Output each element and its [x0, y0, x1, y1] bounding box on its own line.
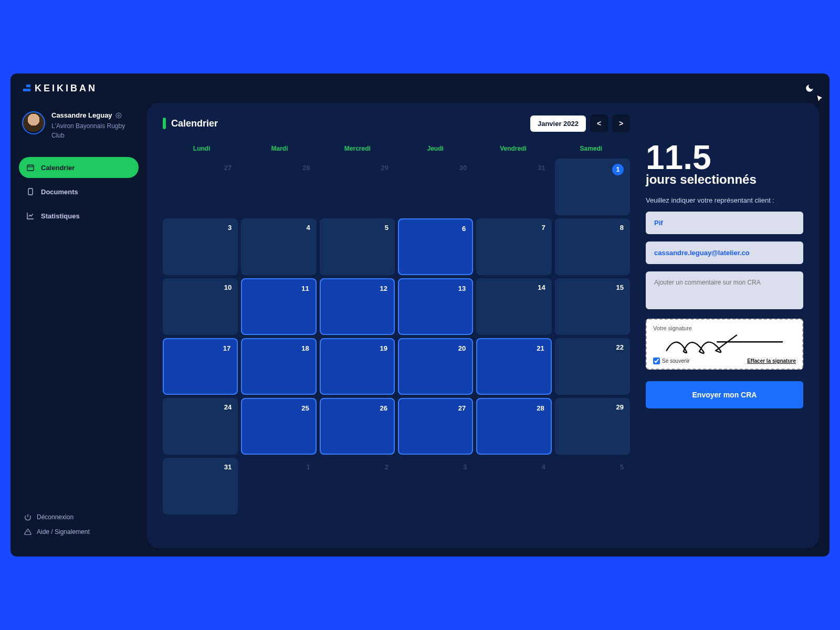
calendar-day-cell[interactable]: 10: [163, 278, 238, 335]
calendar-day-cell[interactable]: 12: [320, 278, 395, 335]
calendar-day-cell[interactable]: 20: [398, 338, 473, 395]
calendar-header: Calendrier Janvier 2022 < >: [163, 114, 630, 132]
chart-icon: [26, 212, 35, 220]
calendar-day-cell[interactable]: 4: [241, 218, 316, 275]
sidebar-item-statistiques[interactable]: Statistiques: [19, 205, 139, 226]
calendar-day-cell[interactable]: 27: [398, 398, 473, 455]
calendar-day-cell[interactable]: 25: [241, 398, 316, 455]
calendar-day-cell[interactable]: 1: [555, 159, 630, 215]
summary-panel: 11.5 jours selectionnés Veuillez indique…: [646, 114, 803, 537]
calendar-day-cell[interactable]: 13: [398, 278, 473, 335]
svg-rect-2: [28, 188, 33, 195]
signature-label: Votre signature: [653, 325, 796, 331]
moon-icon: [805, 83, 814, 93]
rep-prompt: Veuillez indiquer votre représentant cli…: [646, 196, 803, 204]
calendar-day-cell: 5: [555, 458, 630, 514]
svg-point-0: [118, 114, 119, 116]
settings-gear-icon[interactable]: [116, 112, 122, 119]
calendar-day-cell[interactable]: 29: [555, 398, 630, 455]
next-month-button[interactable]: >: [612, 114, 630, 132]
signature-footer: Se souvenir Effacer la signature: [653, 358, 796, 364]
signature-canvas[interactable]: [653, 331, 796, 355]
weekday-label: Jeudi: [396, 143, 474, 154]
sidebar-item-calendrier[interactable]: Calendrier: [19, 157, 139, 178]
main-panel: Calendrier Janvier 2022 < > LundiMardiMe…: [147, 103, 819, 548]
weekday-label: Lundi: [163, 143, 240, 154]
brand-text: KEIKIBAN: [35, 83, 97, 94]
calendar-day-cell: 3: [398, 458, 473, 514]
topbar: KEIKIBAN: [10, 74, 830, 103]
sidebar-nav: CalendrierDocumentsStatistiques: [19, 157, 139, 226]
calendar-column: Calendrier Janvier 2022 < > LundiMardiMe…: [163, 114, 630, 537]
sidebar-item-label: Documents: [41, 188, 78, 196]
day-badge: 1: [612, 164, 624, 175]
calendar-day-cell[interactable]: 22: [555, 338, 630, 395]
dark-mode-toggle[interactable]: [802, 81, 817, 96]
calendar-day-cell: 4: [476, 458, 551, 514]
calendar-day-cell: 2: [320, 458, 395, 514]
calendar-day-cell[interactable]: 26: [320, 398, 395, 455]
calendar-day-cell[interactable]: 15: [555, 278, 630, 335]
month-label[interactable]: Janvier 2022: [530, 116, 586, 132]
send-cra-button[interactable]: Envoyer mon CRA: [646, 381, 803, 408]
weekday-label: Mardi: [240, 143, 318, 154]
warning-icon: [24, 528, 32, 536]
document-icon: [26, 187, 35, 196]
calendar-day-cell[interactable]: 28: [476, 398, 551, 455]
calendar-day-cell: 31: [476, 159, 551, 215]
logout-link[interactable]: Déconnexion: [24, 513, 133, 521]
calendar-day-cell: 28: [241, 159, 316, 215]
help-link[interactable]: Aide / Signalement: [24, 528, 133, 536]
user-org: L'Aviron Bayonnais Rugby Club: [51, 121, 135, 140]
avatar[interactable]: [22, 111, 45, 134]
brand-logo: KEIKIBAN: [23, 83, 97, 94]
sidebar: Cassandre Leguay L'Aviron Bayonnais Rugb…: [10, 103, 147, 548]
calendar-icon: [26, 163, 35, 172]
calendar-grid: 2728293031134567810111213141517181920212…: [163, 159, 630, 514]
email-input[interactable]: [646, 242, 803, 264]
calendar-day-cell[interactable]: 31: [163, 458, 238, 514]
sidebar-item-documents[interactable]: Documents: [19, 181, 139, 202]
calendar-day-cell: 1: [241, 458, 316, 514]
body: Cassandre Leguay L'Aviron Bayonnais Rugb…: [10, 103, 830, 556]
calendar-day-cell[interactable]: 8: [555, 218, 630, 275]
calendar-day-cell[interactable]: 19: [320, 338, 395, 395]
app-window: KEIKIBAN Cassandre Leguay L'Aviron Bayon…: [10, 74, 830, 556]
calendar-day-cell[interactable]: 11: [241, 278, 316, 335]
calendar-day-cell[interactable]: 24: [163, 398, 238, 455]
user-name: Cassandre Leguay: [51, 111, 135, 119]
comment-textarea[interactable]: [646, 271, 803, 309]
calendar-day-cell[interactable]: 14: [476, 278, 551, 335]
logo-mark-icon: [23, 85, 30, 92]
weekday-label: Mercredi: [319, 143, 396, 154]
svg-rect-1: [27, 165, 34, 171]
days-unit: jours selectionnés: [646, 172, 803, 187]
calendar-day-cell[interactable]: 21: [476, 338, 551, 395]
representative-input[interactable]: [646, 212, 803, 234]
clear-signature-link[interactable]: Effacer la signature: [747, 358, 796, 364]
calendar-day-cell[interactable]: 3: [163, 218, 238, 275]
days-count: 11.5: [646, 141, 803, 174]
month-controls: Janvier 2022 < >: [530, 114, 630, 132]
sidebar-item-label: Statistiques: [41, 212, 80, 220]
calendar-title: Calendrier: [163, 118, 218, 129]
sidebar-item-label: Calendrier: [41, 164, 75, 172]
prev-month-button[interactable]: <: [590, 114, 608, 132]
power-icon: [24, 513, 32, 521]
sidebar-bottom: Déconnexion Aide / Signalement: [19, 509, 139, 544]
remember-checkbox-input[interactable]: [653, 358, 660, 364]
calendar-day-cell[interactable]: 5: [320, 218, 395, 275]
calendar-day-cell[interactable]: 18: [241, 338, 316, 395]
calendar-day-cell[interactable]: 17: [163, 338, 238, 395]
calendar-day-cell[interactable]: 6: [398, 218, 473, 275]
weekday-label: Samedi: [552, 143, 630, 154]
calendar-day-cell: 29: [320, 159, 395, 215]
calendar-day-cell: 30: [398, 159, 473, 215]
weekday-label: Vendredi: [474, 143, 552, 154]
signature-box[interactable]: Votre signature Se souvenir Effacer la s…: [646, 319, 803, 370]
remember-signature-checkbox[interactable]: Se souvenir: [653, 358, 690, 364]
calendar-day-cell[interactable]: 7: [476, 218, 551, 275]
user-block: Cassandre Leguay L'Aviron Bayonnais Rugb…: [19, 107, 139, 153]
calendar-day-cell: 27: [163, 159, 238, 215]
weekday-header-row: LundiMardiMercrediJeudiVendrediSamedi: [163, 143, 630, 154]
